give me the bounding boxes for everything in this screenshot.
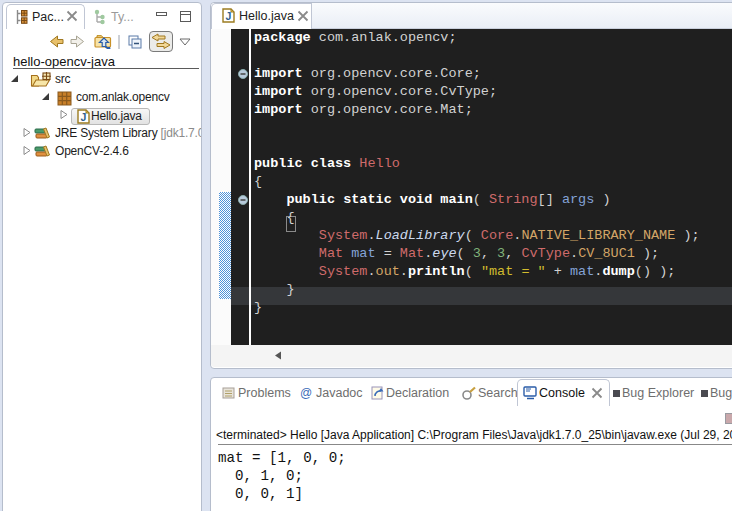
svg-text:J: J bbox=[225, 10, 231, 22]
svg-text:J: J bbox=[80, 111, 86, 123]
